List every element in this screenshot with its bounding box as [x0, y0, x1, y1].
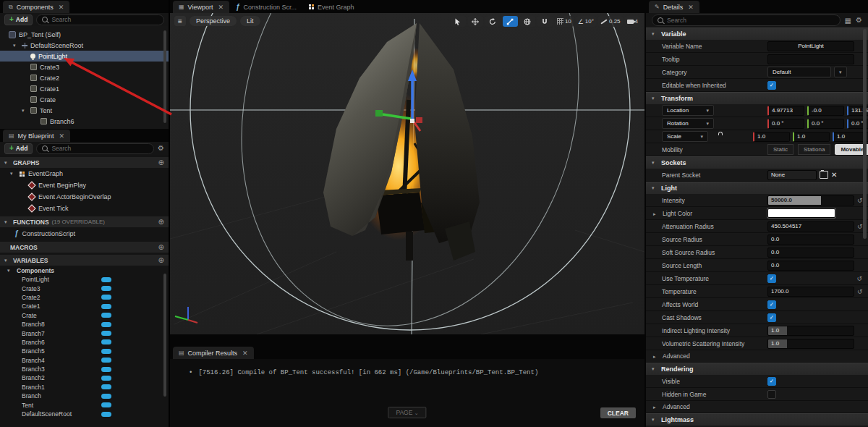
- viewport-menu-icon[interactable]: ≡: [174, 16, 186, 26]
- variable-section-header[interactable]: ▾ Variable: [646, 28, 868, 40]
- grid-snap-button[interactable]: 10: [555, 16, 574, 27]
- rotation-x-input[interactable]: 0.0 °: [767, 119, 804, 129]
- intensity-input[interactable]: 50000.0: [767, 195, 854, 206]
- visibility-pill-icon[interactable]: [101, 322, 111, 327]
- close-icon[interactable]: ✕: [59, 132, 65, 140]
- tab-components[interactable]: ⧉ Components ✕: [3, 1, 69, 13]
- perspective-dropdown[interactable]: Perspective: [190, 16, 237, 26]
- variables-section-header[interactable]: ▾ VARIABLES ⊕: [0, 255, 169, 266]
- functions-section-header[interactable]: ▾ FUNCTIONS (19 OVERRIDABLE) ⊕: [0, 216, 169, 227]
- volumetric-scattering-intensity-input[interactable]: 1.0: [767, 339, 854, 349]
- components-scrollbar[interactable]: [163, 30, 166, 123]
- mobility-stationary-button[interactable]: Stationa: [798, 144, 830, 155]
- select-tool-button[interactable]: [451, 16, 466, 27]
- source-radius-input[interactable]: 0.0: [767, 234, 854, 245]
- rendering-section-header[interactable]: ▾ Rendering: [646, 363, 868, 375]
- gear-icon[interactable]: ⚙: [856, 17, 862, 24]
- variable-row[interactable]: Crate: [0, 311, 169, 320]
- variable-row[interactable]: Branch4: [0, 356, 169, 365]
- display-filter-icon[interactable]: ▦: [845, 17, 851, 25]
- category-dropdown-chevron[interactable]: ▾: [834, 67, 847, 77]
- editable-checkbox[interactable]: ✓: [767, 81, 776, 90]
- construction-script-item[interactable]: ƒ ConstructionScript: [0, 227, 169, 240]
- sockets-section-header[interactable]: ▾ Sockets: [646, 156, 868, 169]
- visibility-pill-icon[interactable]: [101, 367, 111, 372]
- visibility-pill-icon[interactable]: [101, 339, 111, 344]
- visibility-pill-icon[interactable]: [101, 402, 111, 407]
- variable-row[interactable]: Branch6: [0, 338, 169, 347]
- details-search-input[interactable]: Search: [652, 14, 841, 26]
- hidden-in-game-checkbox[interactable]: [767, 390, 776, 399]
- variable-row[interactable]: Branch1: [0, 383, 169, 392]
- event-beginplay-item[interactable]: Event BeginPlay: [0, 179, 169, 191]
- event-graph-item[interactable]: ▾ EventGraph: [0, 168, 169, 179]
- scale-dropdown[interactable]: Scale ▾: [662, 131, 708, 142]
- visibility-pill-icon[interactable]: [101, 304, 111, 309]
- affects-world-checkbox[interactable]: ✓: [767, 300, 776, 309]
- components-add-button[interactable]: + Add: [4, 14, 33, 25]
- variable-row[interactable]: Crate3: [0, 284, 169, 292]
- visibility-pill-icon[interactable]: [101, 277, 111, 282]
- location-x-input[interactable]: 4.97713: [767, 106, 804, 116]
- close-icon[interactable]: ✕: [688, 4, 694, 11]
- chevron-down-icon[interactable]: ▾: [22, 108, 27, 114]
- location-dropdown[interactable]: Location ▾: [662, 105, 714, 116]
- visibility-pill-icon[interactable]: [101, 384, 111, 389]
- variable-row[interactable]: Branch2: [0, 373, 169, 382]
- tree-item-tent[interactable]: ▾ Tent: [0, 105, 169, 116]
- rotate-tool-button[interactable]: [485, 16, 501, 27]
- page-dropdown-button[interactable]: PAGE ⌄: [388, 407, 426, 418]
- close-icon[interactable]: ✕: [218, 4, 224, 11]
- add-graph-icon[interactable]: ⊕: [158, 158, 164, 166]
- reset-icon[interactable]: ↺: [857, 223, 863, 230]
- event-tick-item[interactable]: Event Tick: [0, 203, 169, 214]
- visibility-pill-icon[interactable]: [101, 358, 111, 363]
- graphs-section-header[interactable]: ▾ GRAPHS ⊕: [0, 157, 169, 168]
- variable-row[interactable]: DefaultSceneRoot: [0, 410, 169, 418]
- scale-x-input[interactable]: 1.0: [753, 132, 790, 142]
- light-color-swatch[interactable]: [767, 208, 835, 218]
- components-search-input[interactable]: Search: [36, 14, 164, 25]
- visibility-pill-icon[interactable]: [101, 313, 111, 318]
- close-icon[interactable]: ✕: [59, 4, 64, 11]
- variable-row[interactable]: Crate1: [0, 302, 169, 310]
- tab-construction-script[interactable]: ƒ Construction Scr...: [230, 1, 302, 13]
- variable-row[interactable]: Branch5: [0, 347, 169, 355]
- rotation-snap-button[interactable]: ∠ 10°: [576, 16, 596, 27]
- add-variable-icon[interactable]: ⊕: [158, 256, 164, 264]
- chevron-down-icon[interactable]: ▾: [13, 43, 19, 48]
- tree-item-crate3[interactable]: Crate3: [0, 62, 169, 72]
- compiler-log-line[interactable]: • [7516.26] Compile of BP_Tent successfu…: [170, 359, 644, 376]
- temperature-input[interactable]: 1700.0: [767, 287, 854, 297]
- variable-row[interactable]: Branch8: [0, 320, 169, 329]
- clear-socket-icon[interactable]: ✕: [831, 171, 837, 179]
- visibility-pill-icon[interactable]: [101, 394, 111, 399]
- indirect-lighting-intensity-input[interactable]: 1.0: [767, 326, 854, 336]
- visibility-pill-icon[interactable]: [101, 295, 111, 300]
- visibility-pill-icon[interactable]: [101, 349, 111, 354]
- attenuation-radius-input[interactable]: 450.504517: [767, 221, 854, 232]
- visibility-pill-icon[interactable]: [101, 376, 111, 381]
- lightmass-section-header[interactable]: ▾ Lightmass: [646, 413, 868, 426]
- add-function-icon[interactable]: ⊕: [158, 218, 164, 226]
- my-blueprint-scrollbar[interactable]: [163, 274, 166, 397]
- event-actorbeginoverlap-item[interactable]: Event ActorBeginOverlap: [0, 191, 169, 203]
- tab-compiler-results[interactable]: ▤ Compiler Results ✕: [173, 347, 254, 359]
- tree-item-crate[interactable]: Crate: [0, 94, 169, 105]
- my-blueprint-add-button[interactable]: + Add: [4, 143, 33, 154]
- tree-item-crate2[interactable]: Crate2: [0, 72, 169, 83]
- use-temperature-checkbox[interactable]: ✓: [767, 274, 776, 283]
- rotation-dropdown[interactable]: Rotation ▾: [662, 118, 714, 129]
- lit-dropdown[interactable]: Lit: [240, 16, 260, 26]
- mobility-static-button[interactable]: Static: [767, 144, 793, 155]
- viewport-3d[interactable]: ≡ Perspective Lit: [170, 13, 644, 334]
- variable-row[interactable]: PointLight: [0, 275, 169, 284]
- clear-button[interactable]: CLEAR: [600, 407, 636, 418]
- surface-snapping-button[interactable]: [537, 16, 553, 27]
- close-icon[interactable]: ✕: [242, 350, 248, 357]
- tab-my-blueprint[interactable]: ▤ My Blueprint ✕: [3, 130, 70, 142]
- source-length-input[interactable]: 0.0: [767, 261, 854, 271]
- camera-speed-button[interactable]: 4: [625, 16, 640, 27]
- variable-row[interactable]: Branch7: [0, 329, 169, 337]
- visibility-pill-icon[interactable]: [101, 412, 111, 417]
